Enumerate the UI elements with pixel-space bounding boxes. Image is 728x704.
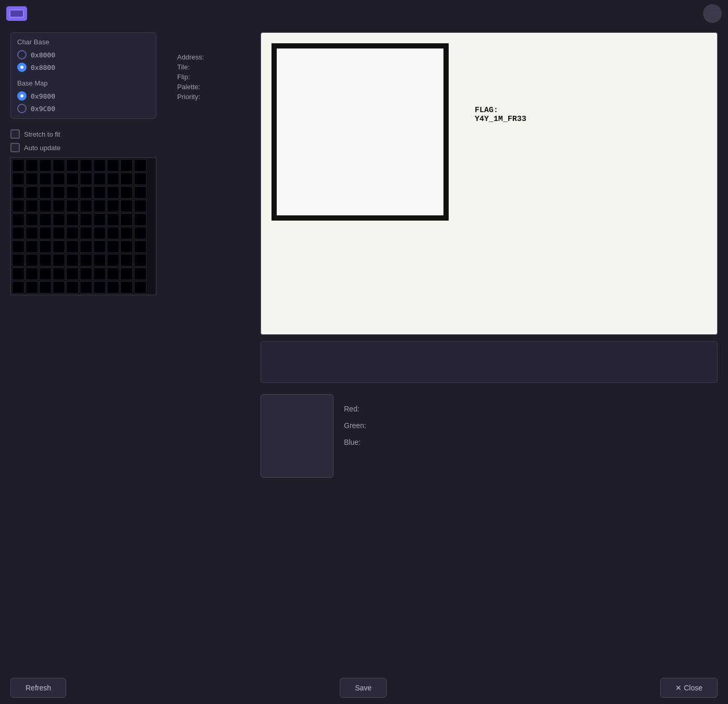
grid-cell[interactable]: [12, 186, 24, 199]
auto-update-option[interactable]: Auto update: [10, 143, 156, 152]
grid-cell[interactable]: [107, 159, 119, 172]
grid-cell[interactable]: [66, 254, 79, 266]
grid-cell[interactable]: [53, 240, 65, 253]
grid-cell[interactable]: [26, 173, 38, 185]
grid-cell[interactable]: [53, 200, 65, 212]
grid-cell[interactable]: [134, 200, 146, 212]
grid-cell[interactable]: [93, 254, 106, 266]
grid-cell[interactable]: [107, 227, 119, 239]
grid-cell[interactable]: [107, 281, 119, 294]
char-base-radio-0[interactable]: [17, 50, 27, 59]
grid-cell[interactable]: [66, 186, 79, 199]
grid-cell[interactable]: [26, 268, 38, 280]
grid-cell[interactable]: [12, 227, 24, 239]
grid-cell[interactable]: [66, 227, 79, 239]
grid-cell[interactable]: [93, 200, 106, 212]
save-button[interactable]: Save: [340, 678, 387, 698]
grid-cell[interactable]: [53, 213, 65, 226]
grid-cell[interactable]: [107, 213, 119, 226]
map-base-radio-0[interactable]: [17, 91, 27, 101]
grid-cell[interactable]: [93, 240, 106, 253]
grid-cell[interactable]: [66, 240, 79, 253]
grid-cell[interactable]: [39, 186, 52, 199]
grid-cell[interactable]: [39, 227, 52, 239]
grid-cell[interactable]: [53, 227, 65, 239]
grid-cell[interactable]: [39, 240, 52, 253]
grid-cell[interactable]: [80, 173, 92, 185]
map-display[interactable]: FLAG: Y4Y_1M_FR33: [261, 32, 718, 335]
grid-cell[interactable]: [26, 254, 38, 266]
grid-cell[interactable]: [39, 254, 52, 266]
stretch-to-fit-checkbox[interactable]: [10, 129, 20, 139]
close-button[interactable]: ✕ Close: [660, 678, 718, 698]
char-base-radio-1[interactable]: [17, 63, 27, 72]
grid-cell[interactable]: [80, 186, 92, 199]
grid-cell[interactable]: [120, 254, 133, 266]
auto-update-checkbox[interactable]: [10, 143, 20, 152]
grid-cell[interactable]: [39, 213, 52, 226]
grid-cell[interactable]: [134, 213, 146, 226]
char-base-option-0[interactable]: 0x8000: [17, 50, 150, 59]
grid-cell[interactable]: [53, 281, 65, 294]
grid-cell[interactable]: [120, 173, 133, 185]
grid-cell[interactable]: [66, 268, 79, 280]
grid-cell[interactable]: [39, 173, 52, 185]
grid-cell[interactable]: [66, 173, 79, 185]
grid-cell[interactable]: [107, 186, 119, 199]
grid-cell[interactable]: [107, 173, 119, 185]
grid-cell[interactable]: [80, 240, 92, 253]
grid-cell[interactable]: [107, 200, 119, 212]
grid-cell[interactable]: [39, 159, 52, 172]
grid-cell[interactable]: [134, 173, 146, 185]
grid-cell[interactable]: [80, 213, 92, 226]
grid-cell[interactable]: [12, 240, 24, 253]
grid-cell[interactable]: [134, 159, 146, 172]
grid-cell[interactable]: [107, 240, 119, 253]
grid-cell[interactable]: [120, 200, 133, 212]
grid-cell[interactable]: [39, 268, 52, 280]
grid-cell[interactable]: [120, 159, 133, 172]
grid-cell[interactable]: [120, 268, 133, 280]
grid-cell[interactable]: [134, 186, 146, 199]
grid-cell[interactable]: [120, 240, 133, 253]
grid-cell[interactable]: [12, 213, 24, 226]
grid-cell[interactable]: [53, 159, 65, 172]
map-base-option-1[interactable]: 0x9C00: [17, 104, 150, 113]
grid-cell[interactable]: [93, 281, 106, 294]
grid-cell[interactable]: [53, 173, 65, 185]
grid-cell[interactable]: [12, 268, 24, 280]
stretch-to-fit-option[interactable]: Stretch to fit: [10, 129, 156, 139]
grid-cell[interactable]: [12, 254, 24, 266]
grid-cell[interactable]: [80, 159, 92, 172]
grid-cell[interactable]: [120, 213, 133, 226]
grid-cell[interactable]: [134, 268, 146, 280]
grid-cell[interactable]: [134, 227, 146, 239]
grid-cell[interactable]: [134, 254, 146, 266]
grid-cell[interactable]: [26, 227, 38, 239]
grid-cell[interactable]: [12, 159, 24, 172]
grid-cell[interactable]: [26, 159, 38, 172]
grid-cell[interactable]: [120, 281, 133, 294]
grid-cell[interactable]: [26, 213, 38, 226]
char-base-option-1[interactable]: 0x8800: [17, 63, 150, 72]
grid-cell[interactable]: [134, 281, 146, 294]
grid-cell[interactable]: [12, 173, 24, 185]
map-base-radio-1[interactable]: [17, 104, 27, 113]
grid-cell[interactable]: [53, 186, 65, 199]
grid-cell[interactable]: [93, 227, 106, 239]
grid-cell[interactable]: [93, 159, 106, 172]
grid-cell[interactable]: [66, 281, 79, 294]
grid-cell[interactable]: [53, 254, 65, 266]
grid-cell[interactable]: [93, 186, 106, 199]
grid-cell[interactable]: [80, 200, 92, 212]
grid-cell[interactable]: [120, 186, 133, 199]
tile-grid[interactable]: [10, 157, 156, 295]
grid-cell[interactable]: [66, 213, 79, 226]
grid-cell[interactable]: [39, 200, 52, 212]
grid-cell[interactable]: [93, 268, 106, 280]
grid-cell[interactable]: [93, 173, 106, 185]
refresh-button[interactable]: Refresh: [10, 678, 66, 698]
grid-cell[interactable]: [66, 200, 79, 212]
grid-cell[interactable]: [66, 159, 79, 172]
grid-cell[interactable]: [80, 227, 92, 239]
